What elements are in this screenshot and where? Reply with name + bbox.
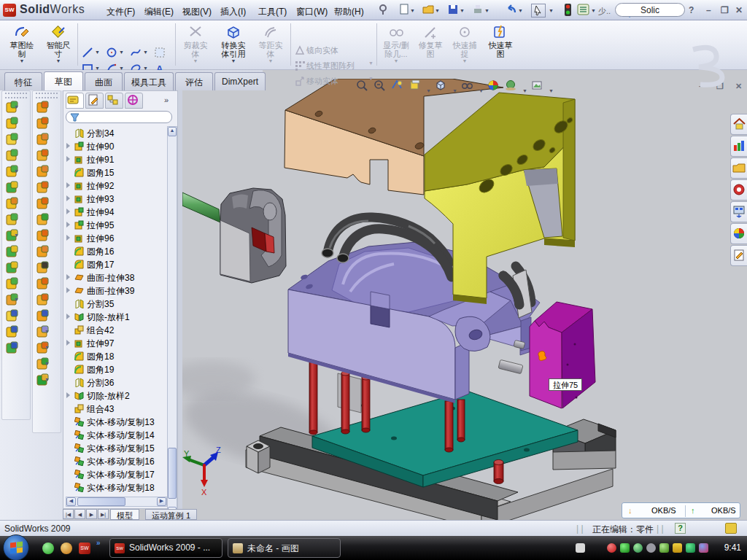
edit-appearance-icon[interactable] (487, 79, 500, 91)
doctab-prev-button[interactable]: ◀ (74, 509, 85, 519)
design-library-icon[interactable] (730, 136, 747, 157)
tab-model[interactable]: 模型 (110, 509, 139, 520)
quicklaunch-icon-1[interactable] (42, 542, 54, 554)
taskbar-item-paint[interactable]: 未命名 - 画图 (228, 538, 341, 558)
mirror-entities-button[interactable]: 镜向实体 (295, 45, 374, 58)
tree-item-label[interactable]: 拉伸96 (87, 233, 114, 245)
tree-filter-input[interactable] (66, 111, 172, 123)
tray-icon-1[interactable] (607, 543, 616, 553)
open-icon[interactable] (422, 4, 435, 17)
new-file-icon[interactable] (398, 4, 411, 17)
tray-icon-5[interactable] (659, 543, 669, 553)
undo-icon[interactable] (505, 4, 518, 17)
view-palette-icon[interactable] (730, 201, 747, 222)
menu-0[interactable]: 文件(F) (102, 4, 139, 20)
tree-item-label[interactable]: 实体-移动/复制17 (87, 469, 155, 481)
appearances-icon[interactable] (730, 223, 747, 244)
restore-button[interactable]: ❐ (721, 5, 729, 15)
tree-item-label[interactable]: 实体-移动/复制15 (87, 443, 155, 455)
toolbar-icon[interactable]: ▼ (5, 228, 20, 243)
tab-草图[interactable]: 草图 (44, 71, 83, 90)
tree-item[interactable]: 拉伸97 (65, 336, 167, 349)
trim-entities-button[interactable]: 剪裁实体▼ (178, 22, 213, 69)
toolbar-icon[interactable] (5, 212, 20, 227)
display-style-icon[interactable] (435, 79, 447, 91)
tree-item-label[interactable]: 切除-放样1 (87, 311, 130, 324)
save-icon[interactable] (446, 4, 460, 17)
tree-item[interactable]: 拉伸91 (65, 152, 167, 166)
sketch-spline-icon[interactable] (130, 47, 142, 58)
toolbar-icon[interactable]: ▼ (36, 341, 50, 355)
pin-icon[interactable] (376, 4, 390, 17)
property-manager-tab[interactable] (85, 93, 104, 109)
tree-item-label[interactable]: 实体-移动/复制18 (87, 482, 155, 494)
toolbar-icon[interactable] (5, 341, 20, 355)
tree-hscrollbar[interactable]: ◀ ▶ (66, 497, 167, 507)
task-pane-tabs[interactable] (730, 114, 747, 267)
doctab-last-button[interactable]: ▶| (98, 509, 109, 519)
dimxpert-manager-tab[interactable] (125, 93, 143, 109)
tree-item-label[interactable]: 实体-移动/复制16 (87, 456, 155, 468)
taskbar-item-solidworks[interactable]: SW SolidWorks 2009 - ... (109, 538, 222, 558)
tree-item-label[interactable]: 分割35 (87, 298, 114, 311)
tree-item[interactable]: 圆角15 (65, 166, 167, 179)
tree-item[interactable]: 拉伸90 (65, 139, 167, 152)
toolbar-icon[interactable] (5, 148, 20, 163)
tree-item-label[interactable]: 拉伸95 (87, 219, 114, 232)
toolbar-icon[interactable] (36, 212, 50, 227)
toolbar-icon[interactable] (36, 292, 50, 307)
tray-icon-4[interactable] (646, 543, 656, 553)
tree-item[interactable]: 切除-放样2 (65, 389, 167, 402)
search-input-value[interactable]: Solic (640, 5, 659, 15)
tree-item-label[interactable]: 曲面-拉伸38 (87, 272, 134, 284)
tree-item-label[interactable]: 拉伸94 (87, 206, 114, 219)
tree-item[interactable]: 实体-移动/复制13 (65, 415, 167, 428)
zoom-area-icon[interactable] (374, 79, 386, 91)
toolbar-icon[interactable] (36, 132, 50, 147)
tab-曲面[interactable]: 曲面 (85, 72, 123, 90)
menu-6[interactable]: 帮助(H) (330, 4, 368, 20)
select-arrow-icon[interactable] (531, 4, 544, 17)
menu-5[interactable]: 窗口(W) (292, 4, 332, 20)
tree-item-label[interactable]: 分割36 (87, 377, 114, 389)
help-button[interactable]: ? (689, 5, 694, 15)
doctab-first-button[interactable]: |◀ (63, 509, 74, 519)
tree-item[interactable]: 实体-移动/复制18 (65, 481, 167, 494)
quicklaunch-icon-2[interactable] (61, 542, 72, 554)
help-status-icon[interactable]: ? (675, 523, 686, 534)
tree-item-label[interactable]: 分割34 (87, 128, 114, 140)
tree-item-label[interactable]: 圆角16 (87, 246, 114, 258)
toolbar-overflow[interactable]: 少.. (598, 6, 611, 17)
menu-2[interactable]: 视图(V) (178, 4, 216, 20)
start-button[interactable] (3, 534, 29, 560)
minimize-button[interactable]: – (706, 5, 711, 15)
sketch-line-icon[interactable] (82, 47, 93, 58)
toolbar-icon[interactable] (5, 308, 20, 323)
feature-manager-tab[interactable] (66, 93, 84, 109)
toolbar-icon[interactable]: ▼ (36, 373, 50, 387)
tree-item[interactable]: 圆角19 (65, 362, 167, 376)
tray-icon-3[interactable] (633, 543, 643, 553)
toolbar-icon[interactable] (5, 116, 20, 131)
toolbar-icon[interactable] (5, 324, 20, 339)
tree-item[interactable]: 切除-放样1 (65, 310, 167, 323)
toolbar-icon[interactable] (36, 148, 50, 163)
tree-item-label[interactable]: 组合42 (87, 324, 114, 337)
tree-item[interactable]: 实体-移动/复制14 (65, 428, 167, 441)
hide-show-icon[interactable] (461, 79, 473, 91)
tree-item[interactable]: 分割35 (65, 297, 167, 310)
configuration-manager-tab[interactable] (105, 93, 123, 109)
custom-properties-icon[interactable] (730, 245, 747, 266)
print-icon[interactable] (471, 4, 484, 17)
toolbar-icon[interactable] (36, 116, 50, 131)
toolbar-icon[interactable] (5, 276, 20, 291)
tray-icon-8[interactable] (699, 543, 708, 553)
tree-item[interactable]: 圆角16 (65, 244, 167, 257)
tray-keyboard-icon[interactable] (576, 543, 585, 553)
toolbar-icon[interactable] (36, 260, 50, 275)
tab-模具工具[interactable]: 模具工具 (124, 72, 174, 90)
toolbar-icon[interactable] (36, 164, 50, 179)
panel-splitter[interactable] (178, 90, 182, 520)
move-entities-button[interactable]: 移动实体▼ (295, 76, 374, 89)
tree-item-label[interactable]: 拉伸90 (87, 141, 114, 153)
